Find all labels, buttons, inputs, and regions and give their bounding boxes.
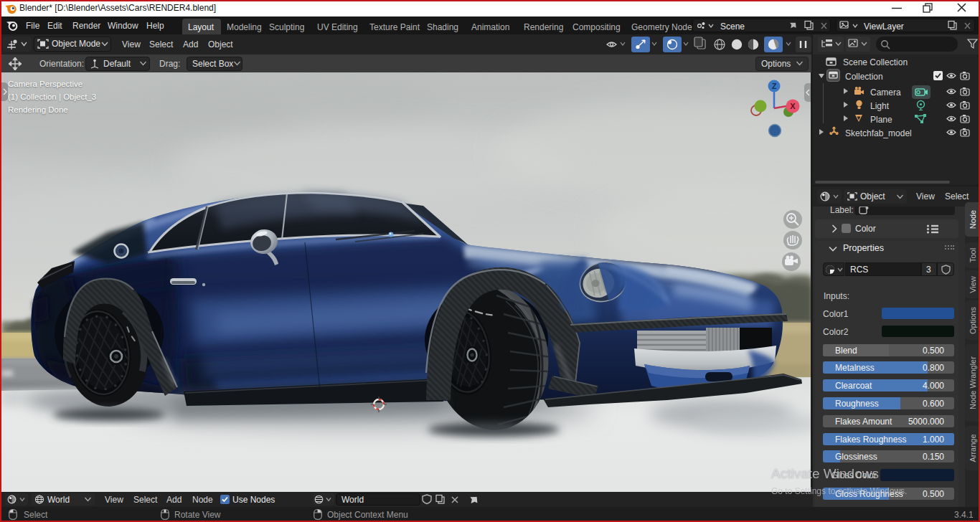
svg-text:Z: Z bbox=[772, 82, 777, 90]
svg-text:X: X bbox=[790, 102, 796, 110]
